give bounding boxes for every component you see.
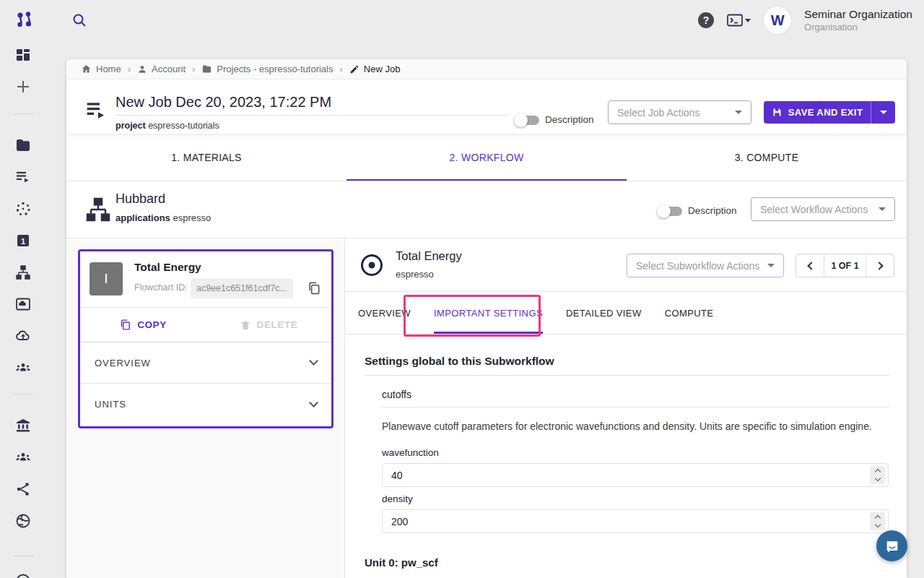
workflows-icon[interactable] <box>14 264 32 281</box>
tab-detailed-view[interactable]: DETAILED VIEW <box>566 292 642 334</box>
unit-section-heading: Unit 0: pw_scf <box>365 556 438 569</box>
breadcrumb-current[interactable]: New Job <box>349 64 401 74</box>
chevron-down-icon <box>874 522 880 527</box>
subworkflow-title: Total Energy <box>396 249 462 263</box>
sidebar: 1 <box>0 40 46 578</box>
subworkflow-pager: 1 OF 1 <box>796 254 894 277</box>
home-icon <box>81 64 92 74</box>
delete-button[interactable]: DELETE <box>206 308 331 342</box>
console-menu[interactable] <box>727 14 751 27</box>
chevron-down-icon <box>879 207 886 211</box>
subworkflow-tabs: OVERVIEW IMPORTANT SETTINGS DETAILED VIE… <box>345 292 907 335</box>
breadcrumb-projects[interactable]: Projects - espresso-tutorials <box>201 64 333 74</box>
tab-important-settings[interactable]: IMPORTANT SETTINGS <box>434 292 543 334</box>
workflow-actions-select[interactable]: Select Workflow Actions <box>751 197 895 221</box>
org-name: Seminar Organization <box>804 7 912 21</box>
pencil-icon <box>349 64 359 74</box>
breadcrumb-account[interactable]: Account <box>137 64 186 74</box>
chevron-left-icon <box>807 262 815 269</box>
dropbox-icon[interactable] <box>14 296 32 313</box>
wavefunction-stepper[interactable] <box>870 466 885 484</box>
tab-compute[interactable]: COMPUTE <box>665 292 714 334</box>
workflow-description-label: Description <box>688 205 737 216</box>
terminal-icon <box>727 14 743 27</box>
copy-button[interactable]: COPY <box>80 308 206 342</box>
share-icon[interactable] <box>14 480 32 498</box>
subworkflow-subtitle: espresso <box>396 269 434 280</box>
density-input[interactable] <box>382 509 889 533</box>
copy-icon <box>119 319 131 331</box>
selected-unit-card[interactable]: I Total Energy Flowchart ID: ac9ee1c651f… <box>78 249 334 428</box>
group-label: cutoffs <box>382 389 411 400</box>
wavefunction-field <box>382 463 889 487</box>
save-options-caret[interactable] <box>871 101 895 124</box>
tab-overview[interactable]: OVERVIEW <box>358 292 411 334</box>
units-column: I Total Energy Flowchart ID: ac9ee1c651f… <box>66 238 345 578</box>
flowchart-id-value[interactable]: ac9ee1c651f61cdf7c... <box>191 278 293 298</box>
pager-prev-button[interactable] <box>796 254 824 277</box>
density-stepper[interactable] <box>870 512 885 530</box>
job-header: New Job Dec 20, 2023, 17:22 PM project e… <box>66 79 907 134</box>
job-script-icon <box>85 98 108 121</box>
description-toggle[interactable] <box>515 116 539 125</box>
app-logo-icon[interactable] <box>14 10 35 30</box>
workflow-content: I Total Energy Flowchart ID: ac9ee1c651f… <box>66 238 907 578</box>
workflow-title: Hubbard <box>116 191 165 207</box>
job-actions-select[interactable]: Select Job Actions <box>608 100 751 124</box>
sidebar-divider <box>13 113 33 114</box>
chevron-up-icon <box>874 469 880 475</box>
workflow-meta: applications espresso <box>116 212 211 223</box>
top-bar: ? W Seminar Organization Organisation <box>0 0 924 40</box>
copy-id-icon[interactable] <box>307 281 321 296</box>
tab-compute[interactable]: 3. COMPUTE <box>627 134 907 181</box>
important-settings-body: Settings global to this Subworkflow cuto… <box>345 335 907 578</box>
description-label: Description <box>545 114 594 125</box>
globe-icon[interactable] <box>14 512 32 530</box>
dashboard-icon[interactable] <box>14 46 32 64</box>
toggle-knob <box>657 204 671 218</box>
wavefunction-input[interactable] <box>382 463 889 487</box>
folder-icon <box>201 64 212 74</box>
tab-workflow[interactable]: 2. WORKFLOW <box>346 134 627 181</box>
wavefunction-label: wavefunction <box>382 447 439 458</box>
target-radio-icon <box>359 253 384 277</box>
save-and-exit-button[interactable]: SAVE AND EXIT <box>764 101 895 124</box>
subworkflow-actions-select[interactable]: Select Subworkflow Actions <box>627 254 784 277</box>
workflow-tree-icon <box>84 195 113 224</box>
settings-heading: Settings global to this Subworkflow <box>365 355 554 368</box>
tab-materials[interactable]: 1. MATERIALS <box>66 134 346 181</box>
workflow-description-toggle[interactable] <box>658 207 682 216</box>
density-label: density <box>382 493 413 504</box>
org-type: Organisation <box>804 22 912 33</box>
accordion-units[interactable]: UNITS <box>80 384 331 425</box>
breadcrumb-home[interactable]: Home <box>81 64 121 74</box>
job-scripts-icon[interactable] <box>14 168 32 186</box>
subworkflow-header: Total Energy espresso Select Subworkflow… <box>345 238 907 292</box>
chat-widget-button[interactable] <box>876 530 907 561</box>
cloud-upload-icon[interactable] <box>14 327 32 345</box>
chat-icon <box>884 538 900 554</box>
chevron-down-icon <box>767 264 775 267</box>
explore-globe-icon[interactable] <box>14 572 32 578</box>
chevron-down-icon <box>745 19 751 22</box>
organization-bank-icon[interactable] <box>14 417 32 434</box>
accordion-overview[interactable]: OVERVIEW <box>80 342 331 384</box>
pager-next-button[interactable] <box>866 254 894 277</box>
breadcrumb: Home › Account › Projects - espresso-tut… <box>66 59 907 79</box>
avatar[interactable]: W <box>764 7 791 34</box>
members-icon[interactable] <box>14 449 32 466</box>
org-block[interactable]: Seminar Organization Organisation <box>804 7 912 33</box>
materials-icon[interactable] <box>14 200 32 217</box>
pager-status: 1 OF 1 <box>824 254 866 277</box>
job-title[interactable]: New Job Dec 20, 2023, 17:22 PM <box>116 94 509 116</box>
toggle-knob <box>514 113 528 127</box>
projects-folder-icon[interactable] <box>14 137 32 154</box>
unit-one-icon[interactable]: 1 <box>14 232 32 249</box>
team-icon[interactable] <box>14 359 32 376</box>
chevron-down-icon <box>874 475 880 481</box>
search-icon[interactable] <box>71 12 88 29</box>
help-icon[interactable]: ? <box>698 12 714 28</box>
create-new-icon[interactable] <box>14 78 32 95</box>
sidebar-divider <box>13 556 33 556</box>
flowchart-id-label: Flowchart ID: <box>134 282 188 293</box>
